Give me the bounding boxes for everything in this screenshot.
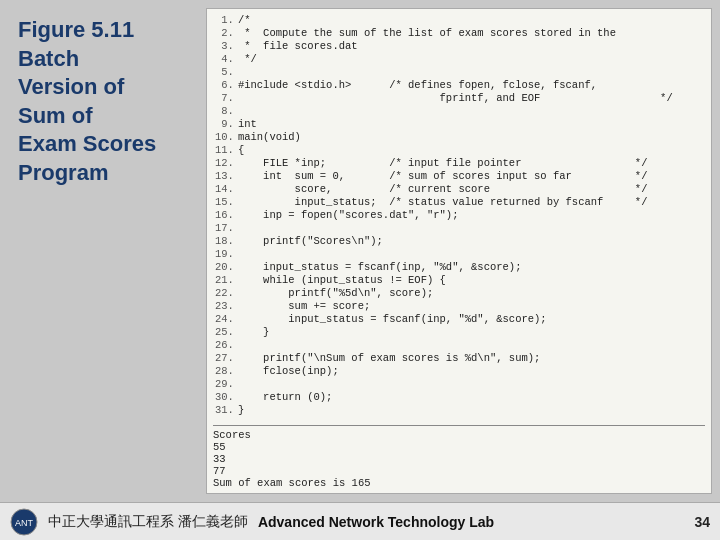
table-row: 21. while (input_status != EOF) {: [213, 273, 705, 286]
line-number: 2.: [213, 26, 236, 39]
code-line: fprintf, and EOF */: [236, 91, 705, 104]
table-row: 17.: [213, 221, 705, 234]
code-line: fclose(inp);: [236, 364, 705, 377]
code-line: #include <stdio.h> /* defines fopen, fcl…: [236, 78, 705, 91]
code-line: /*: [236, 13, 705, 26]
code-line: printf("\nSum of exam scores is %d\n", s…: [236, 351, 705, 364]
table-row: 28. fclose(inp);: [213, 364, 705, 377]
code-line: return (0);: [236, 390, 705, 403]
code-line: input_status; /* status value returned b…: [236, 195, 705, 208]
code-line: printf("%5d\n", score);: [236, 286, 705, 299]
table-row: 9.int: [213, 117, 705, 130]
code-line: sum += score;: [236, 299, 705, 312]
table-row: 12. FILE *inp; /* input file pointer */: [213, 156, 705, 169]
line-number: 19.: [213, 247, 236, 260]
table-row: 10.main(void): [213, 130, 705, 143]
code-line: main(void): [236, 130, 705, 143]
code-line: int: [236, 117, 705, 130]
table-row: 6.#include <stdio.h> /* defines fopen, f…: [213, 78, 705, 91]
code-table: 1./*2. * Compute the sum of the list of …: [213, 13, 705, 416]
line-number: 4.: [213, 52, 236, 65]
output-area: Scores 55 33 77 Sum of exam scores is 16…: [213, 425, 705, 489]
university-logo-icon: ANT: [10, 508, 38, 536]
code-line: [236, 104, 705, 117]
title-line3: Version of: [18, 74, 124, 99]
line-number: 3.: [213, 39, 236, 52]
title-line1: Figure 5.11: [18, 17, 134, 42]
footer-lab: Advanced Network Technology Lab: [258, 514, 494, 530]
table-row: 31.}: [213, 403, 705, 416]
code-line: [236, 221, 705, 234]
footer: ANT 中正大學通訊工程系 潘仁義老師 Advanced Network Tec…: [0, 502, 720, 540]
line-number: 23.: [213, 299, 236, 312]
table-row: 16. inp = fopen("scores.dat", "r");: [213, 208, 705, 221]
line-number: 30.: [213, 390, 236, 403]
line-number: 16.: [213, 208, 236, 221]
code-line: printf("Scores\n");: [236, 234, 705, 247]
line-number: 14.: [213, 182, 236, 195]
output-value-1: 55: [213, 441, 705, 453]
table-row: 18. printf("Scores\n");: [213, 234, 705, 247]
code-line: [236, 65, 705, 78]
title-line4: Sum of: [18, 103, 93, 128]
line-number: 28.: [213, 364, 236, 377]
table-row: 24. input_status = fscanf(inp, "%d", &sc…: [213, 312, 705, 325]
line-number: 6.: [213, 78, 236, 91]
code-line: score, /* current score */: [236, 182, 705, 195]
code-line: [236, 338, 705, 351]
table-row: 1./*: [213, 13, 705, 26]
table-row: 5.: [213, 65, 705, 78]
code-line: * file scores.dat: [236, 39, 705, 52]
line-number: 21.: [213, 273, 236, 286]
code-line: FILE *inp; /* input file pointer */: [236, 156, 705, 169]
code-line: inp = fopen("scores.dat", "r");: [236, 208, 705, 221]
right-panel: 1./*2. * Compute the sum of the list of …: [206, 8, 712, 494]
left-panel: Figure 5.11 Batch Version of Sum of Exam…: [8, 8, 198, 494]
code-line: }: [236, 403, 705, 416]
line-number: 27.: [213, 351, 236, 364]
footer-university: 中正大學通訊工程系 潘仁義老師: [48, 513, 248, 531]
table-row: 8.: [213, 104, 705, 117]
table-row: 7. fprintf, and EOF */: [213, 91, 705, 104]
table-row: 14. score, /* current score */: [213, 182, 705, 195]
table-row: 22. printf("%5d\n", score);: [213, 286, 705, 299]
code-line: }: [236, 325, 705, 338]
code-area: 1./*2. * Compute the sum of the list of …: [213, 13, 705, 421]
svg-text:ANT: ANT: [15, 518, 34, 528]
line-number: 29.: [213, 377, 236, 390]
line-number: 10.: [213, 130, 236, 143]
logo-area: ANT: [10, 508, 38, 536]
line-number: 31.: [213, 403, 236, 416]
table-row: 15. input_status; /* status value return…: [213, 195, 705, 208]
code-line: [236, 377, 705, 390]
line-number: 8.: [213, 104, 236, 117]
code-line: */: [236, 52, 705, 65]
title-line6: Program: [18, 160, 108, 185]
line-number: 7.: [213, 91, 236, 104]
output-scores-label: Scores: [213, 429, 705, 441]
code-line: int sum = 0, /* sum of scores input so f…: [236, 169, 705, 182]
code-line: while (input_status != EOF) {: [236, 273, 705, 286]
table-row: 20. input_status = fscanf(inp, "%d", &sc…: [213, 260, 705, 273]
code-line: * Compute the sum of the list of exam sc…: [236, 26, 705, 39]
title-line2: Batch: [18, 46, 79, 71]
line-number: 13.: [213, 169, 236, 182]
line-number: 24.: [213, 312, 236, 325]
line-number: 1.: [213, 13, 236, 26]
table-row: 2. * Compute the sum of the list of exam…: [213, 26, 705, 39]
line-number: 26.: [213, 338, 236, 351]
code-line: input_status = fscanf(inp, "%d", &score)…: [236, 312, 705, 325]
line-number: 22.: [213, 286, 236, 299]
code-line: [236, 247, 705, 260]
line-number: 25.: [213, 325, 236, 338]
output-value-3: 77: [213, 465, 705, 477]
line-number: 18.: [213, 234, 236, 247]
line-number: 12.: [213, 156, 236, 169]
table-row: 19.: [213, 247, 705, 260]
output-sum: Sum of exam scores is 165: [213, 477, 705, 489]
line-number: 15.: [213, 195, 236, 208]
table-row: 30. return (0);: [213, 390, 705, 403]
line-number: 20.: [213, 260, 236, 273]
line-number: 11.: [213, 143, 236, 156]
table-row: 26.: [213, 338, 705, 351]
